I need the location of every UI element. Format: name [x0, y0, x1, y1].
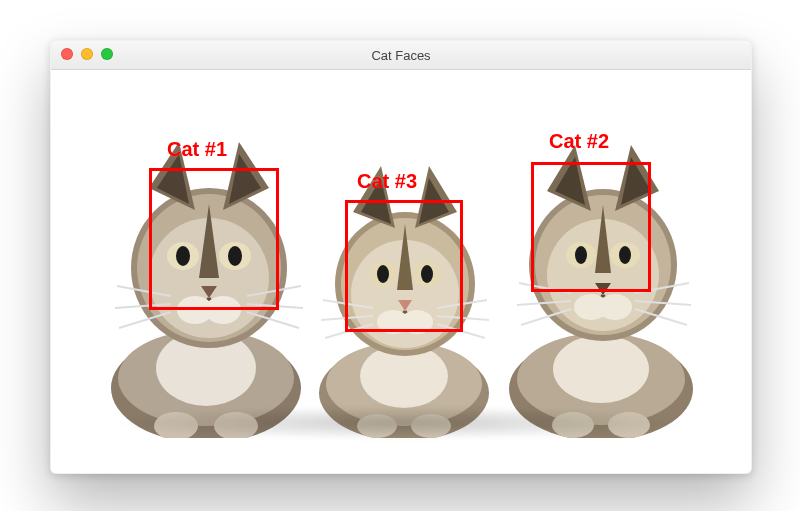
- window-title: Cat Faces: [371, 48, 430, 63]
- detection-box: [531, 162, 651, 292]
- close-icon[interactable]: [61, 48, 73, 60]
- detection-box: [149, 168, 279, 310]
- titlebar[interactable]: Cat Faces: [51, 41, 751, 70]
- window: Cat Faces: [50, 40, 752, 474]
- floor-shadow: [111, 406, 691, 440]
- detection-box: [345, 200, 463, 332]
- svg-point-52: [553, 335, 649, 403]
- svg-point-68: [598, 294, 632, 320]
- app-stage: Cat Faces: [0, 0, 800, 511]
- detection-label: Cat #3: [357, 170, 417, 193]
- detection-label: Cat #1: [167, 138, 227, 161]
- detection-label: Cat #2: [549, 130, 609, 153]
- traffic-lights: [61, 48, 113, 60]
- content-pane: Cat #1 Cat #2 Cat #3: [51, 70, 751, 474]
- minimize-icon[interactable]: [81, 48, 93, 60]
- zoom-icon[interactable]: [101, 48, 113, 60]
